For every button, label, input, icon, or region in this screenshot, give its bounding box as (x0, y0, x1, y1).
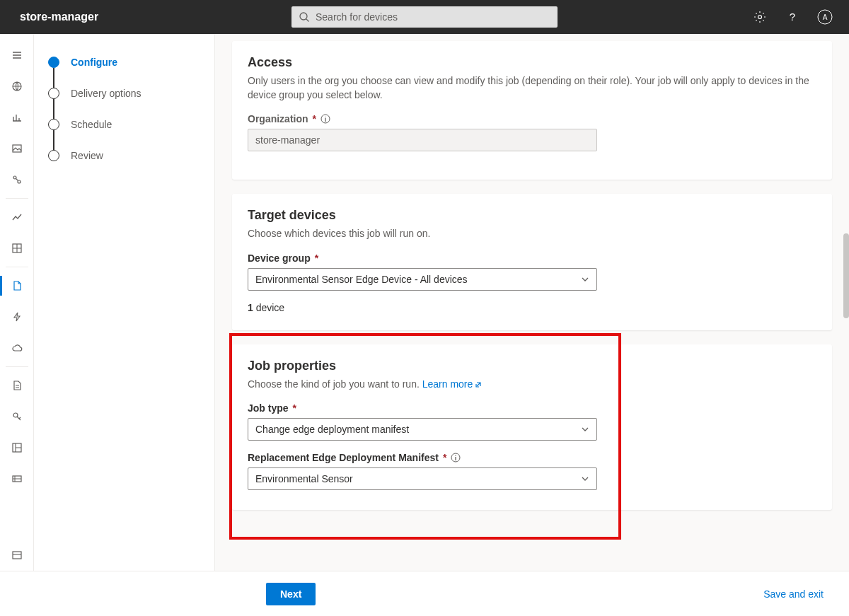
step-label: Schedule (71, 119, 112, 130)
step-bullet (48, 119, 59, 130)
learn-more-link[interactable]: Learn more (422, 378, 483, 390)
step-bullet (48, 88, 59, 99)
job-properties-wrapper: Job properties Choose the kind of job yo… (232, 344, 832, 511)
question-icon: ? (786, 11, 799, 23)
required-asterisk: * (315, 252, 318, 264)
nav-data[interactable] (0, 463, 34, 494)
svg-rect-14 (13, 552, 21, 559)
info-icon[interactable]: i (451, 453, 461, 463)
shell: Configure Delivery options Schedule Revi… (0, 34, 849, 571)
nav-keys[interactable] (0, 401, 34, 432)
nav-jobs[interactable] (0, 270, 34, 301)
stepper-sidebar: Configure Delivery options Schedule Revi… (34, 34, 215, 571)
nav-files[interactable] (0, 370, 34, 401)
device-count-word: device (253, 302, 284, 313)
learn-more-text: Learn more (422, 378, 473, 390)
svg-text:A: A (823, 13, 828, 21)
nav-bottom[interactable] (0, 540, 34, 571)
nav-connected[interactable] (0, 164, 34, 195)
content: Access Only users in the org you choose … (215, 34, 849, 541)
nav-dashboard[interactable] (0, 233, 34, 264)
device-group-field: Device group * Environmental Sensor Edge… (248, 252, 597, 291)
bottom-bar: Next Save and exit (0, 571, 849, 616)
svg-point-2 (758, 16, 762, 19)
app-brand: store-manager (20, 11, 98, 23)
device-group-label: Device group * (248, 252, 597, 264)
nav-chart[interactable] (0, 102, 34, 133)
job-type-select[interactable]: Change edge deployment manifest (248, 418, 597, 441)
device-count-number: 1 (248, 302, 253, 313)
nav-separator-2 (6, 267, 28, 267)
main-area: Access Only users in the org you choose … (215, 34, 849, 571)
nav-layout[interactable] (0, 432, 34, 463)
globe-icon (11, 81, 23, 92)
nav-picture[interactable] (0, 133, 34, 164)
manifest-select[interactable]: Environmental Sensor (248, 467, 597, 490)
nav-rail (0, 34, 34, 571)
search-icon (299, 11, 310, 23)
step-delivery-options[interactable]: Delivery options (48, 78, 200, 109)
step-label: Delivery options (71, 88, 142, 99)
target-title: Target devices (248, 208, 816, 223)
svg-text:?: ? (790, 11, 795, 23)
search-input[interactable] (316, 11, 550, 23)
access-desc: Only users in the org you choose can vie… (248, 74, 816, 102)
required-asterisk: * (443, 452, 446, 463)
access-card: Access Only users in the org you choose … (232, 41, 832, 180)
organization-label-text: Organization (248, 113, 308, 124)
manifest-label-text: Replacement Edge Deployment Manifest (248, 452, 439, 463)
account-icon: A (817, 9, 833, 25)
nav-separator (6, 198, 28, 199)
nav-separator-3 (6, 366, 28, 367)
job-properties-desc: Choose the kind of job you want to run. … (248, 378, 816, 392)
job-type-label-text: Job type (248, 402, 289, 414)
device-group-select[interactable]: Environmental Sensor Edge Device - All d… (248, 268, 597, 291)
step-configure[interactable]: Configure (48, 47, 200, 78)
help-button[interactable]: ? (781, 6, 804, 28)
connected-icon (11, 174, 23, 185)
scrollbar-thumb[interactable] (843, 233, 849, 318)
nav-hamburger[interactable] (0, 40, 34, 71)
svg-point-8 (13, 176, 16, 179)
step-review[interactable]: Review (48, 140, 200, 171)
layout-icon (11, 442, 23, 453)
device-count: 1 device (248, 302, 816, 313)
nav-globe[interactable] (0, 71, 34, 102)
step-label: Configure (71, 57, 117, 68)
hamburger-icon (11, 50, 23, 61)
required-asterisk: * (313, 113, 316, 124)
step-bullet (48, 57, 59, 68)
external-link-icon (474, 380, 483, 389)
data-icon (11, 473, 23, 484)
manifest-field: Replacement Edge Deployment Manifest * i… (248, 452, 597, 490)
job-properties-card: Job properties Choose the kind of job yo… (232, 344, 832, 511)
manifest-label: Replacement Edge Deployment Manifest * i (248, 452, 597, 463)
step-bullet (48, 150, 59, 161)
manifest-value: Environmental Sensor (255, 473, 353, 484)
chart-icon (11, 112, 23, 123)
cloud-icon (11, 342, 23, 354)
search-box[interactable] (291, 6, 558, 28)
settings-button[interactable] (749, 6, 771, 28)
line-chart-icon (11, 211, 23, 223)
nav-analytics[interactable] (0, 202, 34, 233)
save-and-exit-button[interactable]: Save and exit (763, 588, 824, 600)
nav-cloud[interactable] (0, 332, 34, 364)
organization-field: Organization * i (248, 113, 597, 151)
next-button[interactable]: Next (266, 583, 316, 605)
svg-point-0 (300, 13, 307, 20)
gear-icon (753, 11, 766, 23)
image-icon (11, 143, 23, 154)
organization-label: Organization * i (248, 113, 597, 124)
job-properties-title: Job properties (248, 359, 816, 373)
step-schedule[interactable]: Schedule (48, 109, 200, 140)
job-properties-desc-text: Choose the kind of job you want to run. (248, 378, 422, 390)
account-button[interactable]: A (814, 6, 836, 28)
access-title: Access (248, 55, 816, 70)
top-bar: store-manager ? A (0, 0, 849, 34)
svg-text:i: i (325, 116, 327, 123)
info-icon[interactable]: i (320, 114, 330, 124)
file-icon (11, 380, 23, 391)
job-type-label: Job type * (248, 402, 597, 414)
nav-rules[interactable] (0, 301, 34, 332)
